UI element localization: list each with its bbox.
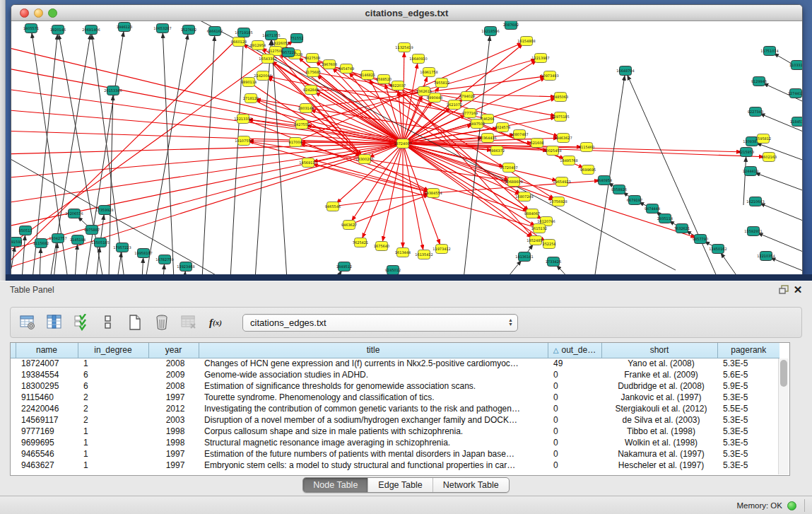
column-header-out_degree[interactable]: △out_de… [548,343,601,358]
table-scrollbar[interactable] [778,358,789,474]
delete-column-icon[interactable] [152,313,172,332]
graph-node[interactable]: 19654923 [553,177,570,187]
graph-node[interactable]: 12210354 [757,252,775,261]
graph-node[interactable]: 12042757 [49,234,66,243]
tab-node-table[interactable]: Node Table [303,478,368,492]
cell-short[interactable]: Tibbo et al. (1998) [601,426,717,437]
cell-year[interactable]: 1998 [148,437,199,448]
cell-title[interactable]: Estimation of significance thresholds fo… [199,380,548,392]
graph-node[interactable]: 1849512 [336,262,352,271]
graph-node[interactable]: 1946123 [117,23,132,32]
graph-node[interactable]: 9146821 [360,71,375,80]
cell-in_degree[interactable]: 1 [78,426,148,437]
tab-network-table[interactable]: Network Table [433,478,509,492]
cell-name[interactable]: 9777169 [16,426,78,437]
cell-in_degree[interactable]: 6 [78,380,148,392]
graph-node[interactable]: 9699695 [580,165,596,175]
graph-node[interactable]: 15751074 [760,47,778,56]
graph-node[interactable]: 9975887 [84,226,100,235]
column-header-in_degree[interactable]: in_degree [78,343,148,358]
cell-out_degree[interactable]: 0 [548,460,601,471]
graph-node[interactable]: 1602163 [761,153,777,162]
graph-node[interactable]: 17359928 [95,206,113,215]
cell-year[interactable]: 2009 [148,369,199,380]
graph-node[interactable]: 7986372 [489,146,505,156]
table-row[interactable]: 911546021997Tourette syndrome. Phenomeno… [11,392,779,403]
graph-node[interactable]: 6466162 [207,27,223,36]
cell-pagerank[interactable]: 5.5E-5 [717,403,779,414]
cell-short[interactable]: Stergiakouli et al. (2012) [601,403,717,414]
graph-node[interactable]: 1920146 [50,25,66,35]
cell-in_degree[interactable]: 2 [78,392,148,403]
cell-short[interactable]: Dudbridge et al. (2008) [601,380,717,392]
graph-node[interactable]: 3024574 [495,123,510,132]
cell-out_degree[interactable]: 49 [548,358,601,369]
graph-node[interactable]: 15592971 [744,227,762,236]
cell-year[interactable]: 2008 [148,358,199,369]
graph-node[interactable]: 16154808 [517,37,535,46]
graph-node[interactable]: 9129946 [751,77,767,86]
cell-name[interactable]: 22420046 [16,403,78,414]
cell-short[interactable]: Franke et al. (2009) [601,369,717,380]
graph-node[interactable]: 9822037 [390,81,406,90]
cell-name[interactable]: 14569117 [16,414,78,426]
graph-node[interactable]: 10719185 [235,28,252,37]
graph-node[interactable]: 1640954 [596,176,612,185]
graph-node[interactable]: 7955812 [434,78,449,88]
table-row[interactable]: 2242004622012Investigating the contribut… [11,403,779,414]
graph-node[interactable]: 1362615 [416,87,432,96]
column-header-name[interactable]: name [16,343,78,358]
table-row[interactable]: 1830029562008Estimation of significance … [11,380,779,392]
graph-node[interactable]: 9227343 [748,107,763,117]
graph-node[interactable]: 2718120 [243,94,259,103]
graph-node[interactable]: 1115682 [33,239,49,248]
graph-node[interactable]: 10653287 [153,24,171,33]
graph-node[interactable]: 9890114 [241,78,257,87]
select-all-icon[interactable] [71,313,91,332]
graph-node[interactable]: 12213332 [234,115,252,124]
close-panel-icon[interactable]: ✕ [791,284,805,296]
graph-node[interactable]: 252254 [542,240,555,249]
graph-node[interactable]: 1733426 [546,257,561,267]
column-header-title[interactable]: title [199,343,548,358]
cell-name[interactable]: 9699695 [16,437,78,448]
cell-year[interactable]: 1997 [148,392,199,403]
cell-title[interactable]: Genome-wide association studies in ADHD. [199,369,548,380]
cell-pagerank[interactable]: 5.3E-5 [717,426,779,437]
graph-node[interactable]: 20691406 [82,25,100,35]
graph-node[interactable]: 18495768 [560,156,577,165]
minimize-window-button[interactable] [34,8,43,18]
cell-out_degree[interactable]: 0 [548,437,601,448]
table-selector-dropdown[interactable]: citations_edges.txt ▲▼ [242,314,518,332]
table-row[interactable]: 946362711997Embryonic stem cells: a mode… [11,460,779,471]
graph-node[interactable]: 10756928 [549,197,567,206]
graph-node[interactable]: 9884067 [524,209,540,218]
graph-node[interactable]: 18640910 [409,54,427,64]
cell-out_degree[interactable]: 0 [548,414,601,426]
table-row[interactable]: 969969511998Structural magnetic resonanc… [11,437,779,448]
graph-node[interactable]: 2967608 [322,60,337,69]
graph-node[interactable]: 6794028 [459,92,475,101]
cell-name[interactable]: 18300295 [16,380,78,392]
cell-name[interactable]: 9465546 [16,448,78,460]
function-builder-icon[interactable]: f(x) [206,313,225,332]
graph-node[interactable]: 7625421 [353,238,368,247]
graph-node[interactable]: 7957224 [281,48,296,57]
graph-node[interactable]: 3175685 [305,68,321,77]
cell-name[interactable]: 9115460 [16,392,78,403]
cell-pagerank[interactable]: 5.3E-5 [717,460,779,471]
graph-node[interactable]: 19463627 [554,134,572,143]
table-row[interactable]: 977716911998Corpus callosum shape and si… [11,426,779,437]
cell-out_degree[interactable]: 0 [548,380,601,392]
window-titlebar[interactable]: citations_edges.txt [11,5,802,21]
citation-network-graph[interactable]: 1872400716154808122139871097349374850631… [11,21,802,274]
graph-node[interactable]: 9115460 [579,143,594,152]
graph-node[interactable]: 391591 [11,238,23,247]
graph-node[interactable]: 417004 [288,138,302,147]
zoom-window-button[interactable] [48,8,57,18]
table-mode-icon[interactable] [18,313,37,332]
cell-pagerank[interactable]: 5.3E-5 [717,358,779,369]
cell-year[interactable]: 1998 [148,426,199,437]
network-canvas[interactable]: 1872400716154808122139871097349374850631… [11,21,802,274]
graph-node[interactable]: 9463627 [341,221,357,230]
